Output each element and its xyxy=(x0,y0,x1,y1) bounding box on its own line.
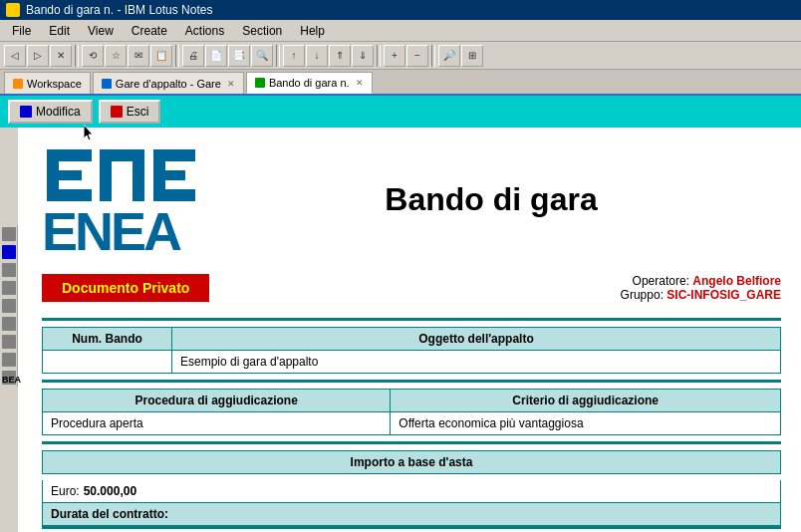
menu-bar: File Edit View Create Actions Section He… xyxy=(0,20,801,42)
divider-4 xyxy=(42,526,781,529)
durata-row: Durata del contratto: xyxy=(42,503,781,526)
td-procedura-val[interactable]: Procedura aperta xyxy=(43,412,391,435)
esci-button[interactable]: Esci xyxy=(99,100,161,124)
header-row: Documento Privato Operatore: Angelo Belf… xyxy=(42,274,781,312)
th-oggetto: Oggetto dell'appalto xyxy=(172,328,781,351)
tab-bando-close[interactable]: ✕ xyxy=(356,78,364,88)
tab-gare-close[interactable]: ✕ xyxy=(227,79,235,89)
divider-2 xyxy=(42,380,781,383)
menu-help[interactable]: Help xyxy=(292,22,333,40)
modifica-button[interactable]: Modifica xyxy=(8,100,93,124)
tab-gare-label: Gare d'appalto - Gare xyxy=(116,78,221,90)
euro-row: Euro: 50.000,00 xyxy=(42,480,781,503)
sidebar-icon-1[interactable] xyxy=(2,227,16,241)
svg-rect-11 xyxy=(153,189,195,201)
logo-text: ENEA xyxy=(42,204,201,258)
toolbar-btn-1[interactable]: ◁ xyxy=(4,45,26,67)
logo-area: ENEA xyxy=(42,141,201,258)
doc-header: ENEA Bando di gara xyxy=(42,135,781,258)
sidebar-icon-8[interactable] xyxy=(2,353,16,367)
table-bando: Num. Bando Oggetto dell'appalto Esempio … xyxy=(42,327,781,374)
th-importo: Importo a base d'asta xyxy=(43,451,781,474)
toolbar-btn-13[interactable]: ↓ xyxy=(306,45,328,67)
toolbar-btn-12[interactable]: ↑ xyxy=(283,45,305,67)
toolbar-btn-11[interactable]: 🔍 xyxy=(251,45,273,67)
sidebar-icon-5[interactable] xyxy=(2,299,16,313)
toolbar-btn-5[interactable]: ☆ xyxy=(105,45,127,67)
window-title: Bando di gara n. - IBM Lotus Notes xyxy=(26,3,212,17)
divider-3 xyxy=(42,441,781,444)
left-sidebar: BEA xyxy=(0,225,18,387)
tab-bar: Workspace Gare d'appalto - Gare ✕ Bando … xyxy=(0,70,801,96)
operator-value: Angelo Belfiore xyxy=(692,274,781,288)
toolbar-btn-16[interactable]: + xyxy=(384,45,405,67)
toolbar-btn-2[interactable]: ▷ xyxy=(27,45,49,67)
sidebar-icon-2[interactable] xyxy=(2,245,16,259)
toolbar-btn-18[interactable]: 🔎 xyxy=(438,45,460,67)
group-value: SIC-INFOSIG_GARE xyxy=(667,288,781,302)
svg-rect-3 xyxy=(47,170,82,180)
esci-label: Esci xyxy=(127,105,149,119)
menu-actions[interactable]: Actions xyxy=(177,22,232,40)
toolbar-btn-6[interactable]: ✉ xyxy=(128,45,149,67)
toolbar-btn-3[interactable]: ✕ xyxy=(50,45,72,67)
section-importo: Importo a base d'asta Euro: 50.000,00 Du… xyxy=(42,441,781,532)
menu-section[interactable]: Section xyxy=(234,22,290,40)
toolbar-btn-17[interactable]: − xyxy=(406,45,428,67)
toolbar: ◁ ▷ ✕ ⟲ ☆ ✉ 📋 🖨 📄 📑 🔍 ↑ ↓ ⇑ ⇓ + − 🔎 ⊞ xyxy=(0,42,801,70)
toolbar-btn-7[interactable]: 📋 xyxy=(150,45,172,67)
menu-file[interactable]: File xyxy=(4,22,39,40)
app-icon xyxy=(6,3,20,17)
toolbar-sep-3 xyxy=(276,45,280,67)
sidebar-icon-3[interactable] xyxy=(2,263,16,277)
sidebar-label: BEA xyxy=(2,375,21,385)
toolbar-btn-9[interactable]: 📄 xyxy=(205,45,227,67)
td-criterio-val[interactable]: Offerta economica più vantaggiosa xyxy=(391,412,781,435)
tab-bando-label: Bando di gara n. xyxy=(269,77,350,89)
toolbar-sep-4 xyxy=(377,45,381,67)
toolbar-sep-1 xyxy=(75,45,79,67)
euro-value: 50.000,00 xyxy=(84,484,136,498)
workspace-icon xyxy=(13,79,23,89)
svg-rect-7 xyxy=(133,149,144,201)
sidebar-icon-7[interactable] xyxy=(2,335,16,349)
sidebar-icon-6[interactable] xyxy=(2,317,16,331)
tab-gare[interactable]: Gare d'appalto - Gare ✕ xyxy=(93,72,244,94)
operator-info: Operatore: Angelo Belfiore Gruppo: SIC-I… xyxy=(621,274,781,302)
toolbar-btn-8[interactable]: 🖨 xyxy=(182,45,204,67)
tab-workspace[interactable]: Workspace xyxy=(4,72,91,94)
table-procedura: Procedura di aggiudicazione Criterio di … xyxy=(42,389,781,435)
exit-icon xyxy=(111,106,123,118)
tab-workspace-label: Workspace xyxy=(27,78,82,90)
tab-bando[interactable]: Bando di gara n. ✕ xyxy=(246,72,373,94)
menu-view[interactable]: View xyxy=(80,22,122,40)
svg-rect-4 xyxy=(47,189,92,201)
section-bando: Num. Bando Oggetto dell'appalto Esempio … xyxy=(42,318,781,374)
modifica-label: Modifica xyxy=(36,105,81,119)
toolbar-sep-5 xyxy=(431,45,435,67)
th-num-bando: Num. Bando xyxy=(43,328,172,351)
toolbar-btn-15[interactable]: ⇓ xyxy=(352,45,374,67)
section-procedura: Procedura di aggiudicazione Criterio di … xyxy=(42,380,781,435)
toolbar-sep-2 xyxy=(175,45,179,67)
toolbar-btn-4[interactable]: ⟲ xyxy=(82,45,104,67)
menu-edit[interactable]: Edit xyxy=(41,22,78,40)
edit-icon xyxy=(20,106,32,118)
euro-label: Euro: xyxy=(51,484,80,498)
td-oggetto-val[interactable]: Esempio di gara d'appalto xyxy=(172,351,781,374)
bando-icon xyxy=(255,78,265,88)
toolbar-btn-19[interactable]: ⊞ xyxy=(461,45,483,67)
toolbar-btn-10[interactable]: 📑 xyxy=(228,45,250,67)
svg-rect-10 xyxy=(153,170,185,180)
operator-label: Operatore: xyxy=(633,274,689,288)
mouse-cursor xyxy=(84,125,96,140)
sidebar-icon-4[interactable] xyxy=(2,281,16,295)
td-num-bando-val[interactable] xyxy=(43,351,172,374)
title-bar: Bando di gara n. - IBM Lotus Notes xyxy=(0,0,801,20)
svg-marker-0 xyxy=(84,125,93,140)
menu-create[interactable]: Create xyxy=(124,22,175,40)
svg-rect-2 xyxy=(47,149,92,161)
table-importo: Importo a base d'asta xyxy=(42,450,781,474)
toolbar-btn-14[interactable]: ⇑ xyxy=(329,45,351,67)
group-label: Gruppo: xyxy=(621,288,664,302)
